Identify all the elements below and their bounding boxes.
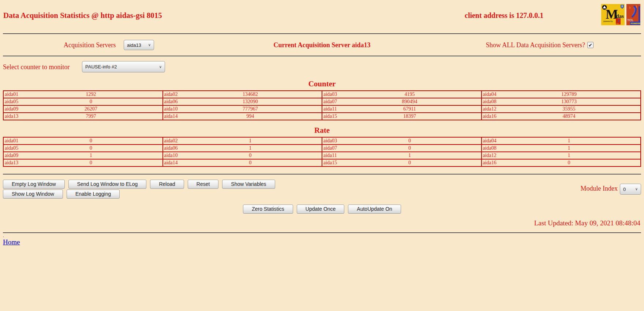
rate-cell: aida030	[322, 137, 482, 145]
table-row: aida050 aida061 aida070 aida081	[3, 145, 641, 152]
channel-value: 0	[340, 160, 479, 166]
table-row: aida0926207 aida10777967 aida1167911 aid…	[3, 105, 641, 113]
counter-cell: aida08130773	[482, 98, 641, 105]
select-counter-label: Select counter to monitor	[3, 63, 70, 71]
zero-statistics-button[interactable]: Zero Statistics	[243, 205, 293, 214]
midas-logo[interactable]: M idas powered by TCL	[601, 4, 625, 25]
rate-cell: aida130	[3, 159, 163, 166]
table-row: aida010 aida021 aida030 aida041	[3, 137, 641, 145]
svg-text:idas: idas	[614, 13, 624, 19]
acquisition-servers-label: Acquisition Servers	[64, 41, 116, 49]
channel-value: 0	[340, 145, 479, 151]
channel-value: 1	[499, 152, 639, 158]
acquisition-server-select-value: aida13	[127, 42, 141, 48]
rate-cell: aida050	[3, 145, 163, 152]
channel-value: 48974	[499, 113, 639, 119]
channel-value: 4195	[340, 91, 479, 97]
table-row: aida137997 aida14994 aida1518397 aida164…	[3, 113, 641, 120]
channel-name: aida12	[482, 152, 499, 158]
module-index-select[interactable]: 0 ∨	[620, 184, 641, 195]
counter-cell: aida1235955	[482, 105, 641, 113]
channel-value: 0	[21, 98, 161, 105]
channel-value: 1	[180, 145, 320, 151]
channel-name: aida16	[482, 160, 499, 166]
show-all-servers-control: Show ALL Data Acquisition Servers? ✔	[486, 41, 594, 49]
channel-name: aida09	[4, 152, 21, 158]
module-index-label: Module Index	[581, 185, 618, 192]
counter-cell: aida06132090	[163, 98, 322, 105]
last-updated-text: Last Updated: May 09, 2021 08:48:04	[3, 219, 641, 227]
channel-name: aida13	[4, 160, 21, 166]
channel-value: 777967	[180, 106, 320, 112]
divider	[3, 232, 641, 233]
table-row: aida050 aida06132090 aida07890494 aida08…	[3, 98, 641, 105]
channel-value: 1	[499, 138, 639, 144]
home-link[interactable]: Home	[3, 238, 20, 246]
counter-cell: aida04129789	[482, 91, 641, 98]
counter-cell: aida034195	[322, 91, 482, 98]
channel-value: 1	[21, 152, 161, 158]
reset-button[interactable]: Reset	[188, 180, 219, 189]
channel-value: 1292	[21, 91, 161, 97]
send-log-window-to-elog-button[interactable]: Send Log Window to ELog	[68, 180, 147, 189]
rate-cell: aida111	[322, 152, 482, 159]
show-all-servers-label: Show ALL Data Acquisition Servers?	[486, 41, 585, 49]
channel-name: aida07	[322, 145, 340, 151]
acquisition-server-row: Acquisition Servers aida13 ∨ Current Acq…	[3, 34, 641, 56]
channel-name: aida01	[4, 138, 21, 144]
rate-cell: aida081	[482, 145, 641, 152]
channel-name: aida12	[482, 106, 499, 112]
svg-text:TCL: TCL	[616, 23, 619, 25]
chevron-down-icon: ∨	[635, 187, 638, 191]
channel-value: 130773	[499, 98, 639, 105]
counter-monitor-select[interactable]: PAUSE-info #2 ∨	[82, 61, 165, 72]
channel-value: 0	[21, 160, 161, 166]
channel-name: aida14	[163, 160, 181, 166]
channel-name: aida04	[482, 91, 499, 97]
channel-value: 1	[180, 138, 320, 144]
counter-monitor-select-value: PAUSE-info #2	[85, 64, 117, 70]
counter-cell: aida0926207	[3, 105, 163, 113]
tcl-powered-logo[interactable]: TCL POWERED	[626, 4, 640, 25]
reload-button[interactable]: Reload	[150, 180, 184, 189]
channel-name: aida02	[163, 138, 181, 144]
log-buttons-section: Empty Log Window Send Log Window to ELog…	[3, 175, 641, 201]
rate-cell: aida010	[3, 137, 163, 145]
channel-name: aida08	[482, 98, 499, 105]
channel-name: aida09	[4, 106, 21, 112]
rate-cell: aida100	[163, 152, 322, 159]
rate-cell: aida121	[482, 152, 641, 159]
channel-name: aida10	[163, 152, 181, 158]
counter-cell: aida011292	[3, 91, 163, 98]
autoupdate-on-button[interactable]: AutoUpdate On	[348, 205, 401, 214]
channel-name: aida14	[163, 113, 181, 119]
update-once-button[interactable]: Update Once	[297, 205, 345, 214]
channel-value: 0	[21, 138, 161, 144]
channel-value: 0	[499, 160, 639, 166]
rate-cell: aida061	[163, 145, 322, 152]
rate-heading: Rate	[3, 126, 641, 135]
rate-cell: aida070	[322, 145, 482, 152]
dot-text: .	[3, 234, 641, 237]
channel-value: 134682	[180, 91, 320, 97]
show-all-servers-checkbox[interactable]: ✔	[587, 42, 594, 48]
enable-logging-button[interactable]: Enable Logging	[67, 190, 120, 199]
rate-cell: aida091	[3, 152, 163, 159]
channel-name: aida11	[322, 152, 340, 158]
show-variables-button[interactable]: Show Variables	[222, 180, 275, 189]
channel-name: aida15	[322, 160, 340, 166]
channel-name: aida10	[163, 106, 181, 112]
current-server-text: Current Acquisition Server aida13	[274, 41, 371, 49]
acquisition-server-select[interactable]: aida13 ∨	[124, 40, 154, 50]
chevron-down-icon: ∨	[159, 65, 162, 69]
svg-text:powered by: powered by	[603, 20, 613, 22]
channel-name: aida02	[163, 91, 181, 97]
table-row: aida091 aida100 aida111 aida121	[3, 152, 641, 159]
channel-name: aida07	[322, 98, 340, 105]
channel-value: 0	[21, 145, 161, 151]
channel-name: aida16	[482, 113, 499, 119]
show-log-window-button[interactable]: Show Log Window	[3, 190, 63, 199]
empty-log-window-button[interactable]: Empty Log Window	[3, 180, 65, 189]
counter-heading: Counter	[3, 79, 641, 89]
logo-group: M idas powered by TCL TCL POWERED	[601, 4, 640, 25]
